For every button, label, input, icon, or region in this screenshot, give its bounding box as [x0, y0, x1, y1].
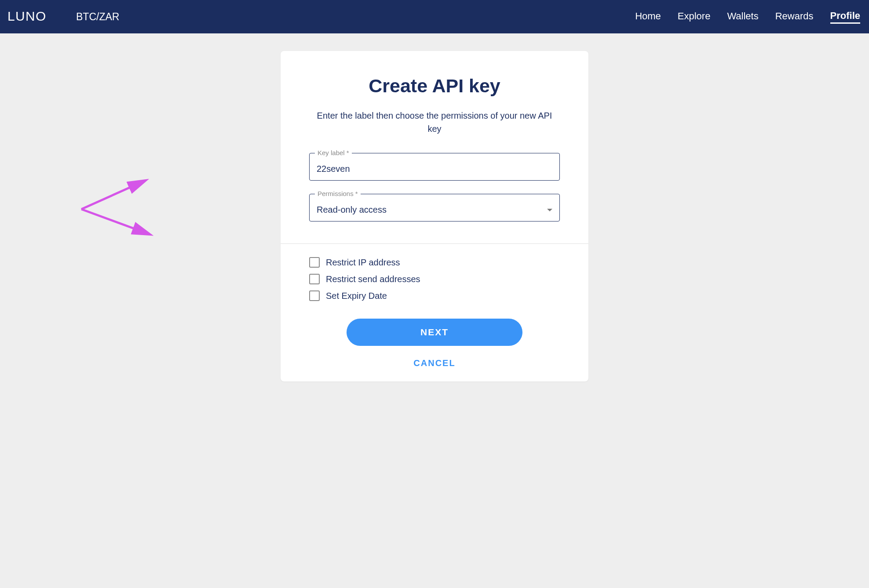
- chevron-down-icon: [547, 209, 552, 211]
- svg-line-2: [81, 181, 145, 209]
- create-api-key-card: Create API key Enter the label then choo…: [281, 51, 588, 381]
- expiry-date-checkbox-row[interactable]: Set Expiry Date: [309, 290, 560, 301]
- main-nav: Home Explore Wallets Rewards Profile: [635, 10, 860, 24]
- permissions-field-label: Permissions *: [315, 190, 361, 197]
- restrict-ip-checkbox-row[interactable]: Restrict IP address: [309, 257, 560, 268]
- nav-home[interactable]: Home: [635, 11, 661, 23]
- restrict-send-checkbox[interactable]: [309, 274, 320, 284]
- card-options-section: Restrict IP address Restrict send addres…: [281, 244, 588, 381]
- permissions-select[interactable]: Read-only access: [317, 205, 552, 215]
- key-label-input[interactable]: [317, 164, 552, 174]
- permissions-field-wrapper: Permissions * Read-only access: [309, 194, 560, 221]
- nav-rewards[interactable]: Rewards: [775, 11, 814, 23]
- button-area: NEXT CANCEL: [309, 319, 560, 368]
- nav-explore[interactable]: Explore: [678, 11, 711, 23]
- trading-pair-label: BTC/ZAR: [76, 11, 119, 23]
- svg-line-3: [81, 209, 150, 234]
- nav-profile[interactable]: Profile: [830, 10, 860, 24]
- restrict-ip-label: Restrict IP address: [326, 258, 400, 268]
- restrict-send-checkbox-row[interactable]: Restrict send addresses: [309, 274, 560, 284]
- page-subtitle: Enter the label then choose the permissi…: [309, 109, 560, 135]
- nav-wallets[interactable]: Wallets: [727, 11, 758, 23]
- next-button[interactable]: NEXT: [347, 319, 522, 346]
- luno-logo[interactable]: LUNO: [7, 9, 68, 24]
- card-form-section: Create API key Enter the label then choo…: [281, 51, 588, 243]
- annotation-arrows: [0, 33, 167, 271]
- restrict-ip-checkbox[interactable]: [309, 257, 320, 268]
- restrict-send-label: Restrict send addresses: [326, 274, 420, 284]
- app-header: LUNO BTC/ZAR Home Explore Wallets Reward…: [0, 0, 869, 33]
- key-label-field-label: Key label *: [315, 149, 352, 156]
- cancel-button[interactable]: CANCEL: [413, 358, 455, 368]
- page-title: Create API key: [309, 75, 560, 97]
- header-left: LUNO BTC/ZAR: [7, 9, 119, 24]
- expiry-date-checkbox[interactable]: [309, 290, 320, 301]
- svg-text:LUNO: LUNO: [7, 9, 47, 23]
- page-container: Create API key Enter the label then choo…: [0, 33, 869, 381]
- expiry-date-label: Set Expiry Date: [326, 291, 387, 301]
- permissions-selected-value: Read-only access: [317, 205, 547, 215]
- key-label-field-wrapper: Key label *: [309, 153, 560, 181]
